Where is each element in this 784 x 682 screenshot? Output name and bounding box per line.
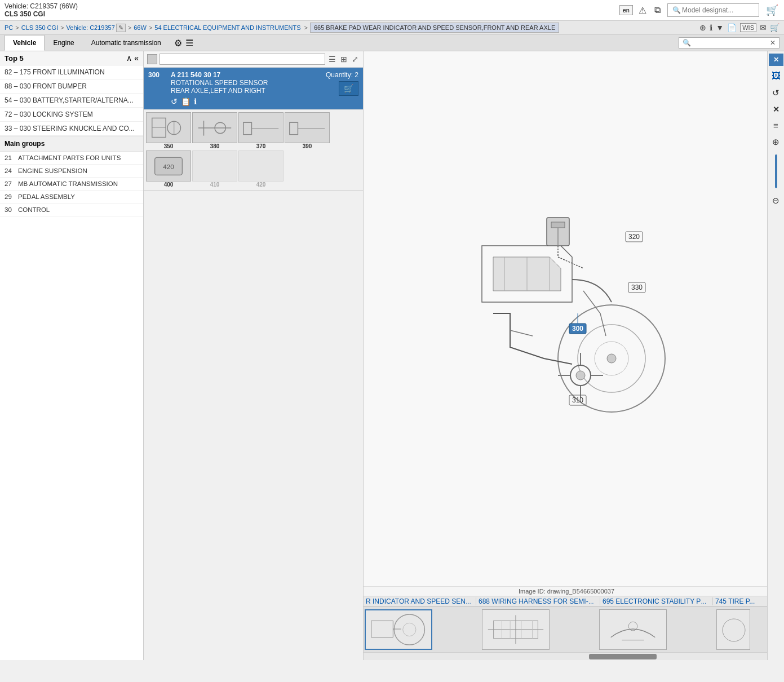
thumb-label-0[interactable]: R INDICATOR AND SPEED SENSOR,FRONT AND R… — [364, 597, 476, 605]
vehicle-edit-icon[interactable]: ✎ — [116, 24, 126, 32]
top5-header: Top 5 ∧ « — [0, 51, 143, 65]
image-id-bar: Image ID: drawing_B54665000037 — [364, 586, 767, 596]
sidebar-group-30[interactable]: 30 CONTROL — [0, 203, 143, 216]
breadcrumb-pc[interactable]: PC — [5, 24, 13, 31]
part-row-300[interactable]: 300 A 211 540 30 17 ROTATIONAL SPEED SEN… — [144, 68, 363, 110]
grid-view-icon[interactable]: ⊞ — [339, 54, 348, 65]
breadcrumb-cls[interactable]: CLS 350 CGI — [21, 24, 58, 31]
grid-label-420: 420 — [256, 181, 266, 188]
add-to-cart-button[interactable]: 🛒 — [339, 81, 358, 96]
tab-engine[interactable]: Engine — [45, 35, 82, 51]
tab-vehicle[interactable]: Vehicle — [5, 35, 45, 51]
part-actions: ↺ 📋 ℹ — [171, 97, 326, 106]
breadcrumb: PC > CLS 350 CGI > Vehicle: C219357 ✎ > … — [0, 21, 784, 35]
sidebar-item-2[interactable]: 54 – 030 BATTERY,STARTER/ALTERNA... — [0, 94, 143, 108]
diagram-panel: 300 310 320 330 Image ID: drawin — [364, 51, 767, 660]
grid-label-390: 390 — [303, 143, 312, 149]
sidebar-group-24[interactable]: 24 ENGINE SUSPENSION — [0, 165, 143, 178]
thumb-label-3[interactable]: 745 TIRE P... — [713, 597, 767, 605]
tab-search-input[interactable] — [691, 39, 770, 47]
grid-cell-380[interactable]: 380 — [192, 112, 237, 149]
grid-cell-420[interactable]: 420 — [238, 150, 284, 188]
detail-icon[interactable]: ℹ — [194, 97, 197, 106]
center-inner: ☰ ⊞ ⤢ 300 A 211 540 30 17 ROTATIONAL SPE… — [144, 51, 767, 660]
thumb-img-0[interactable] — [365, 609, 432, 650]
sidebar-group-27[interactable]: 27 MB AUTOMATIC TRANSMISSION — [0, 178, 143, 191]
svg-rect-22 — [551, 222, 565, 228]
tab-search-clear[interactable]: ✕ — [770, 39, 776, 47]
svg-text:420: 420 — [163, 163, 174, 170]
model-search-box[interactable]: 🔍 — [667, 3, 759, 17]
info2-icon[interactable]: 📋 — [181, 97, 191, 106]
header: Vehicle: C219357 (66W) CLS 350 CGI en ⚠ … — [0, 0, 784, 21]
wis-icon[interactable]: WIS — [740, 23, 756, 32]
undo-icon[interactable]: ↺ — [770, 86, 781, 100]
breadcrumb-vehicle[interactable]: Vehicle: C219357 — [67, 24, 115, 31]
tab-automatic-transmission[interactable]: Automatic transmission — [83, 35, 170, 51]
cross-icon[interactable]: ✕ — [771, 103, 781, 116]
parts-search-input[interactable] — [160, 54, 325, 65]
sidebar-item-3[interactable]: 72 – 030 LOCKING SYSTEM — [0, 108, 143, 122]
thumb-images-row — [364, 606, 767, 652]
warning-icon[interactable]: ⚠ — [637, 4, 648, 17]
thumb-img-3[interactable] — [716, 609, 750, 650]
sidebar-item-4[interactable]: 33 – 030 STEERING KNUCKLE AND CO... — [0, 122, 143, 136]
doc-icon[interactable]: 📄 — [727, 23, 737, 32]
cart-icon[interactable]: 🛒 — [765, 3, 779, 17]
breadcrumb-54[interactable]: 54 ELECTRICAL EQUIPMENT AND INSTRUMENTS — [154, 24, 300, 31]
grid-cell-370[interactable]: 370 — [238, 112, 284, 149]
sidebar: Top 5 ∧ « 82 – 175 FRONT ILLUMINATION 88… — [0, 51, 144, 660]
thumb-label-2[interactable]: 695 ELECTRONIC STABILITY PROGRAM (ESP) ↗ — [600, 597, 713, 605]
grid-cell-400[interactable]: 420 400 — [146, 150, 191, 188]
highlight-bar — [775, 154, 777, 188]
grid-cell-350[interactable]: 350 — [146, 112, 191, 149]
breadcrumb-66w[interactable]: 66W — [134, 24, 147, 31]
filter-icon[interactable]: ▼ — [716, 23, 724, 32]
expand-icon[interactable]: ⤢ — [351, 54, 360, 65]
top5-close-icon[interactable]: « — [134, 54, 139, 63]
zoom-in-icon[interactable]: ⊕ — [699, 23, 706, 32]
svg-rect-52 — [600, 610, 666, 650]
close-panel-button[interactable]: ✕ — [769, 54, 783, 66]
tab-search-icon: 🔍 — [683, 39, 691, 47]
bottom-scrollbar[interactable] — [364, 652, 767, 660]
copy-icon[interactable]: ⧉ — [653, 4, 662, 16]
sidebar-group-29[interactable]: 29 PEDAL ASSEMBLY — [0, 191, 143, 203]
mail-icon[interactable]: ✉ — [760, 23, 767, 32]
zoom-in-right-icon[interactable]: ⊕ — [770, 135, 781, 149]
grid-cell-390[interactable]: 390 — [285, 112, 330, 149]
grid-thumbs: 350 380 — [144, 110, 363, 191]
sidebar-item-1[interactable]: 88 – 030 FRONT BUMPER — [0, 79, 143, 94]
zoom-out-right-icon[interactable]: ⊖ — [770, 194, 781, 207]
list-view-icon[interactable]: ☰ — [327, 54, 337, 65]
info-icon[interactable]: ℹ — [710, 23, 712, 32]
thumb-img-2[interactable] — [599, 609, 667, 650]
search-icon[interactable]: 🔍 — [671, 5, 682, 15]
svg-text:310: 310 — [572, 396, 583, 404]
tab-list-icon[interactable]: ☰ — [185, 38, 193, 48]
breadcrumb-current-dropdown[interactable]: 665 BRAKE PAD WEAR INDICATOR AND SPEED S… — [310, 23, 559, 33]
image-panel-icon[interactable]: 🖼 — [770, 69, 782, 83]
sidebar-group-21[interactable]: 21 ATTACHMENT PARTS FOR UNITS — [0, 152, 143, 165]
list-icon[interactable]: ≡ — [772, 119, 780, 132]
tab-search-box[interactable]: 🔍 ✕ — [679, 37, 779, 48]
diagram-svg: 300 310 320 330 — [364, 201, 767, 437]
svg-rect-9 — [290, 122, 298, 134]
thumb-label-1[interactable]: 688 WIRING HARNESS FOR SEMI-ACTIVE AIR S… — [476, 597, 600, 605]
top5-controls: ∧ « — [126, 54, 139, 63]
top5-collapse-icon[interactable]: ∧ — [126, 54, 132, 63]
svg-rect-7 — [243, 122, 252, 134]
thumb-labels-row: R INDICATOR AND SPEED SENSOR,FRONT AND R… — [364, 596, 767, 606]
language-badge[interactable]: en — [619, 5, 633, 15]
tab-settings-icon[interactable]: ⚙ — [174, 38, 182, 48]
parts-color-box[interactable] — [147, 54, 157, 64]
diagram-area[interactable]: 300 310 320 330 — [364, 51, 767, 586]
model-search-input[interactable] — [682, 6, 755, 14]
refresh-icon[interactable]: ↺ — [171, 97, 178, 106]
grid-cell-410[interactable]: 410 — [192, 150, 237, 188]
thumb-img-1[interactable] — [482, 609, 550, 650]
shop-icon[interactable]: 🛒 — [770, 23, 779, 32]
sidebar-item-0[interactable]: 82 – 175 FRONT ILLUMINATION — [0, 65, 143, 79]
breadcrumb-actions: ⊕ ℹ ▼ 📄 WIS ✉ 🛒 — [699, 23, 779, 32]
scroll-thumb[interactable] — [589, 654, 657, 659]
